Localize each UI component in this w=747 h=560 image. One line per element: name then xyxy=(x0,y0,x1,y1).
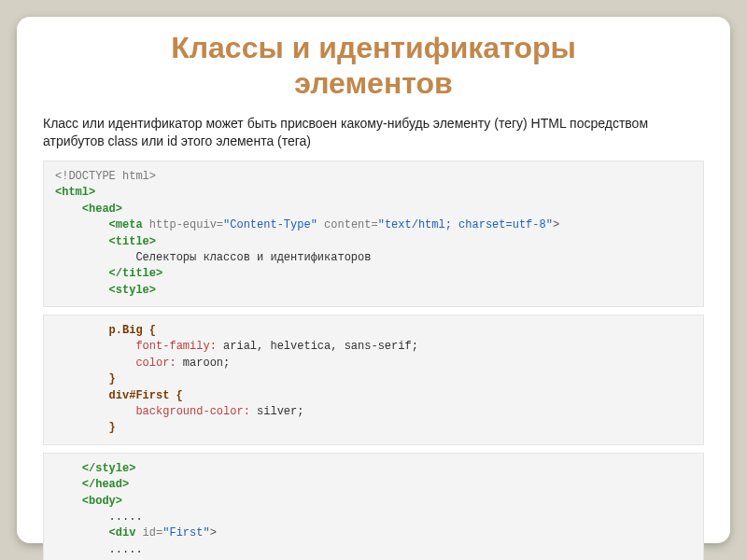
css-close-2: } xyxy=(109,421,116,434)
code-meta-attr2: content= xyxy=(317,218,378,231)
slide-card: Классы и идентификаторы элементов Класс … xyxy=(17,17,730,543)
code-div-val: "First" xyxy=(162,526,209,539)
code-title-open: <title> xyxy=(109,235,156,248)
css-prop-3: background-color: xyxy=(135,405,249,418)
code-style-open: <style> xyxy=(109,284,156,297)
css-val-2: maroon; xyxy=(176,357,231,370)
css-prop-2: color: xyxy=(135,357,176,370)
code-doctype: <!DOCTYPE html> xyxy=(55,170,156,183)
code-style-close: </style> xyxy=(82,462,136,475)
code-div-gt: > xyxy=(210,526,217,539)
css-sel-2: div#First { xyxy=(109,389,183,402)
code-meta-val1: "Content-Type" xyxy=(223,218,317,231)
css-sel-1: p.Big { xyxy=(109,324,156,337)
code-meta-open: <meta xyxy=(109,218,143,231)
title-line-2: элементов xyxy=(294,66,452,100)
code-block-css: p.Big { font-family: arial, helvetica, s… xyxy=(43,315,704,445)
code-head-close: </head> xyxy=(82,478,129,491)
code-dots-2: ..... xyxy=(109,543,143,556)
title-line-1: Классы и идентификаторы xyxy=(171,31,576,64)
code-dots-1: ..... xyxy=(109,511,143,524)
code-meta-close: > xyxy=(553,218,559,231)
code-meta-attr1: http-equiv= xyxy=(143,218,223,231)
code-title-text: Селекторы классов и идентификаторов xyxy=(135,251,371,264)
code-block-head: <!DOCTYPE html> <html> <head> <meta http… xyxy=(43,161,704,307)
code-title-close: </title> xyxy=(109,267,163,280)
css-val-1: arial, helvetica, sans-serif; xyxy=(217,340,418,353)
css-val-3: silver; xyxy=(250,405,304,418)
code-html-open: <html> xyxy=(55,186,95,199)
slide-description: Класс или идентификатор может быть присв… xyxy=(43,115,704,151)
code-body-open: <body> xyxy=(82,495,122,508)
css-prop-1: font-family: xyxy=(135,340,216,353)
code-block-body: </style> </head> <body> ..... <div id="F… xyxy=(43,453,704,560)
code-meta-val2: "text/html; charset=utf-8" xyxy=(378,218,553,231)
code-div-attr: id= xyxy=(135,526,162,539)
css-close-1: } xyxy=(109,372,116,385)
code-head-open: <head> xyxy=(82,203,122,216)
slide-title: Классы и идентификаторы элементов xyxy=(43,30,704,102)
code-div-open: <div xyxy=(109,526,136,539)
